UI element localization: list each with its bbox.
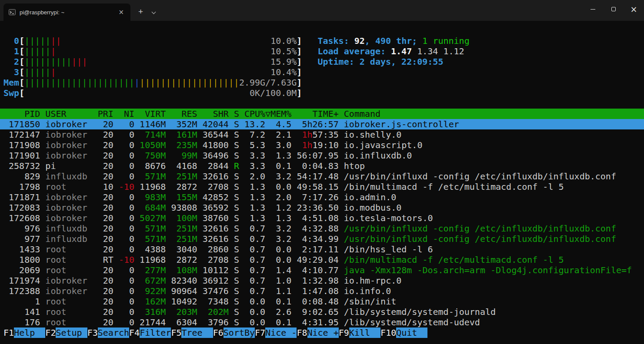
cell-pri: 20	[98, 192, 113, 202]
cell-time: 0:08.48	[297, 296, 338, 307]
tab-close-button[interactable]: ×	[115, 8, 127, 17]
cell-res: 6304	[171, 317, 197, 327]
cell-shr: 2844	[203, 161, 229, 171]
process-row-172608[interactable]: 172608 iobroker 20 0 5027M 100M 38760 S …	[0, 213, 644, 223]
cell-mem: 2.0	[270, 192, 291, 202]
cell-cpu: 5.3	[244, 140, 265, 150]
meter-label: Swp	[3, 88, 19, 98]
meter-value: 15.9%	[270, 56, 297, 67]
cell-ni: 0	[119, 296, 134, 307]
cell-time: 23:36.50	[297, 202, 338, 213]
process-row-976[interactable]: 976 influxdb 20 0 571M 251M 32616 S 0.7 …	[0, 223, 644, 234]
cell-virt: 672M	[140, 275, 166, 286]
cell-user: iobroker	[45, 140, 92, 150]
cell-virt: 316M	[140, 307, 166, 317]
fkey-label: Help	[14, 327, 45, 338]
cell-ni: -10	[119, 182, 134, 192]
column-header-res: RES	[171, 109, 197, 119]
process-row-176[interactable]: 176 root 20 0 21744 6304 3796 S 0.0 0.1 …	[0, 317, 644, 327]
process-row-172388[interactable]: 172388 iobroker 20 0 922M 90964 37476 S …	[0, 286, 644, 296]
cell-time: 4:10.77	[297, 265, 338, 275]
process-row-171871[interactable]: 171871 iobroker 20 0 983M 155M 42852 S 1…	[0, 192, 644, 202]
cell-res: 3040	[171, 244, 197, 255]
process-row-829[interactable]: 829 influxdb 20 0 571M 251M 32616 S 2.0 …	[0, 171, 644, 182]
fkey-f7[interactable]: F7Nice -	[255, 327, 297, 338]
cell-virt: 714M	[140, 129, 166, 140]
process-row-1[interactable]: 1 root 20 0 162M 10492 7348 S 0.0 0.1 0:…	[0, 296, 644, 307]
new-tab-button[interactable]: +	[135, 7, 147, 17]
cell-cmd: /lib/systemd/systemd-journald	[344, 307, 496, 317]
process-row-1800[interactable]: 1800 root RT -10 11968 2872 2708 S 0.7 0…	[0, 255, 644, 265]
fkey-label: Filter	[140, 327, 171, 338]
cell-pri: 20	[98, 119, 113, 129]
cell-user: influxdb	[45, 223, 92, 234]
process-row-171908[interactable]: 171908 iobroker 20 0 1050M 235M 41800 S …	[0, 140, 644, 150]
cell-virt: 983M	[140, 192, 166, 202]
cell-pri: 20	[98, 223, 113, 234]
cell-user: root	[45, 296, 92, 307]
cell-virt: 4388	[140, 244, 166, 255]
tab-dropdown-button[interactable]	[148, 8, 159, 15]
cell-pid: 176	[3, 317, 40, 327]
process-row-141[interactable]: 141 root 20 0 316M 203M 202M S 0.0 2.6 9…	[0, 307, 644, 317]
process-row-1433[interactable]: 1433 root 20 0 4388 3040 2860 S 0.7 0.0 …	[0, 244, 644, 255]
terminal-tab[interactable]: pi@raspberrypi: ~ ×	[3, 3, 130, 21]
cell-ni: -10	[119, 255, 134, 265]
meter-value: 10.5%	[270, 46, 297, 56]
summary-line-1: Load average: 1.47 1.34 1.12	[317, 46, 469, 56]
cell-ni: 0	[119, 213, 134, 223]
cell-res: 155M	[171, 192, 197, 202]
cell-s: S	[234, 275, 239, 286]
process-row-172147[interactable]: 172147 iobroker 20 0 714M 161M 36544 S 7…	[0, 129, 644, 140]
process-row-172083[interactable]: 172083 iobroker 20 0 684M 93808 36592 S …	[0, 202, 644, 213]
cell-res: 90964	[171, 286, 197, 296]
fkey-f9[interactable]: F9Kill	[339, 327, 380, 338]
cell-virt: 11968	[140, 255, 166, 265]
cell-mem: 0.1	[270, 296, 291, 307]
fkey-number: F8	[297, 327, 307, 338]
process-row-2069[interactable]: 2069 root 20 0 277M 108M 10112 S 0.7 1.4…	[0, 265, 644, 275]
fkey-f5[interactable]: F5Tree	[171, 327, 213, 338]
process-row-171901[interactable]: 171901 iobroker 20 0 750M 99M 36496 S 3.…	[0, 150, 644, 161]
fkey-f10[interactable]: F10Quit	[380, 327, 427, 338]
cell-time: 4:31.95	[297, 317, 338, 327]
process-row-171850[interactable]: 171850 iobroker 20 0 1146M 352M 42044 S …	[0, 119, 644, 129]
cell-user: root	[45, 255, 92, 265]
cell-time: 4:51.08	[297, 213, 338, 223]
meter-label: 0	[3, 36, 19, 46]
column-header-user: USER	[45, 109, 92, 119]
cell-time: 1h	[297, 140, 312, 150]
cell-user: root	[45, 265, 92, 275]
cell-cpu: 3.3	[244, 161, 265, 171]
process-row-258732[interactable]: 258732 pi 20 0 8676 4168 2844 R 3.3 0.1 …	[0, 161, 644, 171]
cell-shr: 10112	[203, 265, 229, 275]
summary-line-2: Uptime: 2 days, 22:09:55	[317, 56, 469, 67]
cell-user: influxdb	[45, 171, 92, 182]
process-row-977[interactable]: 977 influxdb 20 0 571M 251M 32616 S 0.7 …	[0, 234, 644, 244]
cell-shr: 7348	[203, 296, 229, 307]
fkey-f2[interactable]: F2Setup	[45, 327, 87, 338]
cell-pid: 171871	[3, 192, 40, 202]
minimize-button[interactable]	[583, 0, 603, 18]
fkey-f6[interactable]: F6SortBy	[213, 327, 255, 338]
close-button[interactable]: ×	[624, 0, 644, 18]
cell-cmd: /lib/systemd/systemd-udevd	[344, 317, 480, 327]
cell-s: R	[234, 161, 239, 171]
process-row-171974[interactable]: 171974 iobroker 20 0 672M 82340 36912 S …	[0, 275, 644, 286]
fkey-f3[interactable]: F3Search	[87, 327, 129, 338]
cell-time: 7:17.26	[297, 192, 338, 202]
column-header-time: TIME+	[297, 109, 338, 119]
cell-pri: 10	[98, 182, 113, 192]
close-icon: ×	[631, 5, 637, 13]
fkey-f1[interactable]: F1Help	[3, 327, 45, 338]
process-row-1798[interactable]: 1798 root 10 -10 11968 2872 2708 S 1.3 0…	[0, 182, 644, 192]
fkey-f8[interactable]: F8Nice +	[297, 327, 338, 338]
fkey-f4[interactable]: F4Filter	[129, 327, 171, 338]
cell-cpu: 3.3	[244, 150, 265, 161]
cell-time: 1:47.08	[297, 286, 338, 296]
cell-shr: 2708	[203, 255, 229, 265]
maximize-button[interactable]	[603, 0, 624, 18]
cell-cpu: 0.0	[244, 296, 265, 307]
process-table-header: PID USER PRI NI VIRT RES SHR S CPU%▽MEM%…	[0, 109, 644, 119]
cell-s: S	[234, 192, 239, 202]
